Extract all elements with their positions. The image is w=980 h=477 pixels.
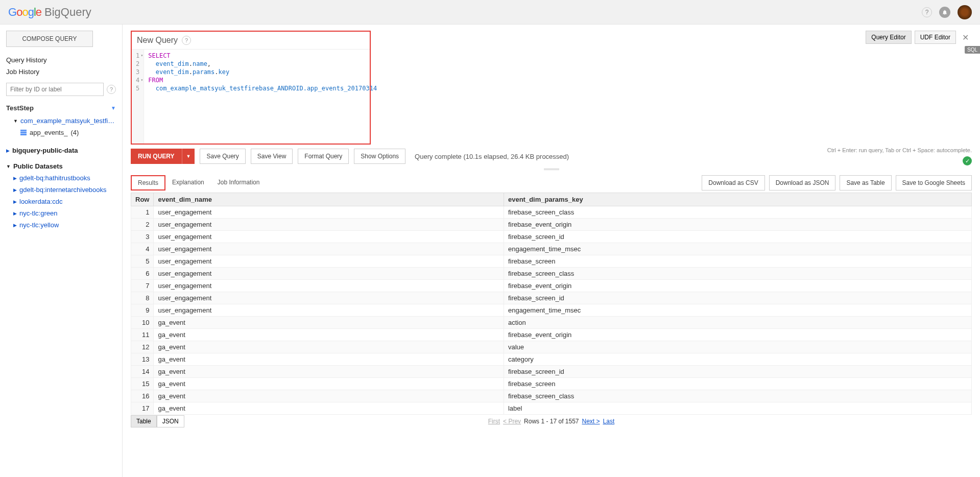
save-query-button[interactable]: Save Query bbox=[200, 149, 245, 164]
run-query-dropdown[interactable]: ▼ bbox=[182, 149, 195, 164]
public-dataset-item[interactable]: ▶nyc-tlc:yellow bbox=[6, 219, 116, 231]
table-row: 9user_engagementengagement_time_msec bbox=[131, 304, 972, 317]
cell-event-dim-name: user_engagement bbox=[154, 206, 504, 219]
public-dataset-item[interactable]: ▶gdelt-bq:hathitrustbooks bbox=[6, 172, 116, 184]
query-editor-tab[interactable]: Query Editor bbox=[866, 31, 911, 44]
main-content: Query Editor UDF Editor ✕ SQL New Query … bbox=[123, 25, 980, 477]
table-row: 17ga_eventlabel bbox=[131, 402, 972, 415]
compose-query-button[interactable]: COMPOSE QUERY bbox=[6, 31, 93, 47]
view-json-button[interactable]: JSON bbox=[157, 415, 184, 427]
cell-event-dim-name: user_engagement bbox=[154, 255, 504, 268]
public-project-item[interactable]: ▶ bigquery-public-data bbox=[6, 145, 116, 156]
cell-event-dim-params-key: firebase_screen_id bbox=[504, 231, 971, 243]
cell-event-dim-params-key: firebase_event_origin bbox=[504, 219, 971, 231]
job-history-link[interactable]: Job History bbox=[6, 66, 116, 78]
dataset-name: com_example_matsyuk_testfireba... bbox=[20, 117, 116, 125]
cell-event-dim-params-key: firebase_screen_class bbox=[504, 390, 971, 402]
cell-event-dim-name: user_engagement bbox=[154, 280, 504, 292]
project-name: TestStep bbox=[6, 104, 34, 112]
cell-event-dim-params-key: firebase_event_origin bbox=[504, 280, 971, 292]
table-row: 13ga_eventcategory bbox=[131, 353, 972, 366]
save-to-sheets-button[interactable]: Save to Google Sheets bbox=[896, 175, 972, 190]
public-dataset-item[interactable]: ▶lookerdata:cdc bbox=[6, 196, 116, 207]
row-num: 11 bbox=[131, 329, 154, 341]
table-row: 7user_engagementfirebase_event_origin bbox=[131, 280, 972, 292]
cell-event-dim-name: ga_event bbox=[154, 317, 504, 329]
caret-right-icon: ▶ bbox=[6, 148, 10, 153]
table-item[interactable]: app_events_ (4) bbox=[6, 127, 116, 138]
caret-right-icon: ▶ bbox=[13, 211, 17, 216]
pager-range: Rows 1 - 17 of 1557 bbox=[524, 418, 579, 425]
udf-editor-tab[interactable]: UDF Editor bbox=[915, 31, 956, 44]
project-row[interactable]: TestStep ▼ bbox=[6, 101, 116, 115]
format-query-button[interactable]: Format Query bbox=[298, 149, 349, 164]
download-json-button[interactable]: Download as JSON bbox=[769, 175, 836, 190]
filter-input[interactable] bbox=[6, 83, 104, 96]
cell-event-dim-params-key: firebase_screen_id bbox=[504, 366, 971, 378]
cell-event-dim-name: user_engagement bbox=[154, 304, 504, 317]
run-query-button[interactable]: RUN QUERY bbox=[131, 149, 182, 164]
pager-prev[interactable]: < Prev bbox=[503, 418, 521, 425]
public-project-name: bigquery-public-data bbox=[12, 147, 78, 154]
view-table-button[interactable]: Table bbox=[131, 415, 157, 427]
validation-ok-icon: ✓ bbox=[963, 156, 972, 165]
query-history-link[interactable]: Query History bbox=[6, 54, 116, 66]
caret-right-icon: ▶ bbox=[13, 187, 17, 193]
public-datasets-header[interactable]: ▼ Public Datasets bbox=[6, 160, 116, 172]
app-header: Google BigQuery ? bbox=[0, 0, 980, 25]
filter-help-icon[interactable]: ? bbox=[107, 85, 116, 94]
close-icon[interactable]: ✕ bbox=[959, 33, 972, 42]
query-panel: New Query ? 12345 SELECT event_dim.name,… bbox=[131, 31, 371, 145]
cell-event-dim-params-key: engagement_time_msec bbox=[504, 304, 971, 317]
row-num: 16 bbox=[131, 390, 154, 402]
public-dataset-item[interactable]: ▶nyc-tlc:green bbox=[6, 207, 116, 219]
help-icon[interactable]: ? bbox=[922, 7, 932, 17]
pager-next[interactable]: Next > bbox=[582, 418, 600, 425]
code-editor[interactable]: 12345 SELECT event_dim.name, event_dim.p… bbox=[132, 49, 370, 144]
pager-first[interactable]: First bbox=[488, 418, 500, 425]
cell-event-dim-name: ga_event bbox=[154, 341, 504, 353]
row-num: 2 bbox=[131, 219, 154, 231]
resize-handle[interactable] bbox=[131, 167, 972, 172]
cell-event-dim-params-key: action bbox=[504, 317, 971, 329]
results-table: Row event_dim_name event_dim_params_key … bbox=[131, 193, 972, 415]
download-csv-button[interactable]: Download as CSV bbox=[702, 175, 764, 190]
cell-event-dim-name: user_engagement bbox=[154, 268, 504, 280]
table-row: 6user_engagementfirebase_screen_class bbox=[131, 268, 972, 280]
query-status: Query complete (10.1s elapsed, 26.4 KB p… bbox=[415, 153, 569, 160]
results-tab[interactable]: Results bbox=[131, 175, 165, 190]
cell-event-dim-params-key: firebase_screen_class bbox=[504, 268, 971, 280]
col-event-dim-name: event_dim_name bbox=[154, 193, 504, 206]
show-options-button[interactable]: Show Options bbox=[354, 149, 405, 164]
caret-right-icon: ▶ bbox=[13, 199, 17, 204]
save-view-button[interactable]: Save View bbox=[251, 149, 293, 164]
logo[interactable]: Google BigQuery bbox=[8, 6, 91, 19]
sql-badge: SQL bbox=[965, 46, 980, 54]
save-as-table-button[interactable]: Save as Table bbox=[840, 175, 891, 190]
cell-event-dim-name: ga_event bbox=[154, 402, 504, 415]
public-dataset-item[interactable]: ▶gdelt-bq:internetarchivebooks bbox=[6, 184, 116, 196]
query-help-icon[interactable]: ? bbox=[182, 36, 191, 45]
cell-event-dim-name: user_engagement bbox=[154, 292, 504, 304]
table-row: 11ga_eventfirebase_event_origin bbox=[131, 329, 972, 341]
query-title: New Query bbox=[137, 36, 178, 45]
col-row: Row bbox=[131, 193, 154, 206]
dataset-item[interactable]: ▼ com_example_matsyuk_testfireba... bbox=[6, 115, 116, 127]
caret-right-icon: ▶ bbox=[13, 223, 17, 228]
project-dropdown-icon[interactable]: ▼ bbox=[111, 105, 116, 111]
cell-event-dim-name: user_engagement bbox=[154, 231, 504, 243]
table-row: 4user_engagementengagement_time_msec bbox=[131, 243, 972, 255]
cell-event-dim-params-key: value bbox=[504, 341, 971, 353]
job-information-tab[interactable]: Job Information bbox=[211, 175, 267, 190]
cell-event-dim-params-key: firebase_screen bbox=[504, 378, 971, 390]
explanation-tab[interactable]: Explanation bbox=[165, 175, 211, 190]
notifications-icon[interactable] bbox=[939, 7, 950, 18]
row-num: 1 bbox=[131, 206, 154, 219]
table-icon bbox=[20, 130, 27, 136]
cell-event-dim-name: ga_event bbox=[154, 329, 504, 341]
table-row: 12ga_eventvalue bbox=[131, 341, 972, 353]
row-num: 17 bbox=[131, 402, 154, 415]
user-avatar[interactable] bbox=[958, 5, 972, 19]
code-content[interactable]: SELECT event_dim.name, event_dim.params.… bbox=[144, 50, 381, 144]
pager-last[interactable]: Last bbox=[603, 418, 615, 425]
